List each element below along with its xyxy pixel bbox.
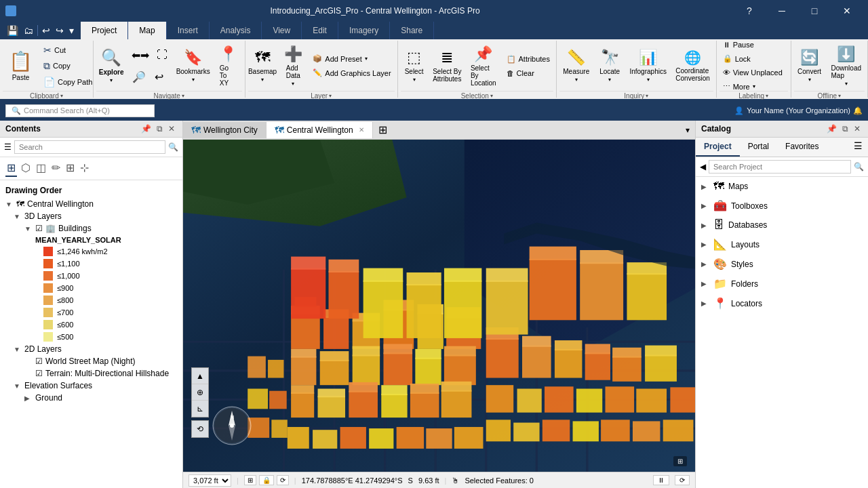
nav-up-btn[interactable]: ▲ — [192, 368, 208, 384]
pause-rendering-btn[interactable]: ⏸ — [653, 475, 669, 485]
tab-insert[interactable]: Insert — [167, 22, 210, 39]
wsm-checkbox[interactable]: ☑ — [35, 357, 43, 366]
tab-close-btn[interactable]: ✕ — [359, 126, 364, 134]
copy-path-button[interactable]: 📄Copy Path — [40, 75, 96, 89]
catalog-pin-btn[interactable]: 📌 — [825, 123, 839, 134]
full-extent-btn[interactable]: ⛶ — [153, 45, 172, 65]
catalog-float-btn[interactable]: ⧉ — [840, 123, 850, 134]
bookmarks-button[interactable]: 🔖 Bookmarks ▾ — [174, 42, 212, 89]
catalog-tab-project[interactable]: Project — [696, 138, 740, 157]
lock-button[interactable]: 🔒Lock — [719, 52, 786, 65]
catalog-back-btn[interactable]: ◀ — [700, 162, 706, 171]
tree-3d-layers[interactable]: ▼ 3D Layers — [0, 210, 182, 222]
refresh-btn[interactable]: ⟳ — [675, 475, 690, 485]
catalog-search-input[interactable] — [709, 160, 851, 174]
tree-2d-layers[interactable]: ▼ 2D Layers — [0, 343, 182, 355]
clear-button[interactable]: 🗑Clear — [503, 67, 553, 79]
filter-all[interactable]: ⊞ — [5, 160, 17, 177]
locate-button[interactable]: 🔭 Locate ▾ — [595, 42, 623, 89]
go-to-xy-button[interactable]: 📍 GoTo XY — [215, 42, 242, 89]
select-button[interactable]: ⬚ Select ▾ — [401, 42, 428, 89]
paste-button[interactable]: 📋 Paste — [3, 42, 39, 89]
nav-lock-btn[interactable]: 🔒 — [259, 475, 274, 485]
select-by-attributes-button[interactable]: ≣ Select ByAttributes — [431, 42, 464, 89]
new-project-btn[interactable]: 💾 — [5, 24, 20, 37]
tree-terrain[interactable]: ☑ Terrain: Multi-Directional Hillshade — [0, 367, 182, 380]
redo-btn[interactable]: ↪ — [54, 24, 65, 37]
undo-btn[interactable]: ↩ — [41, 24, 52, 37]
pause-button[interactable]: ⏸Pause — [719, 39, 786, 51]
catalog-item-maps[interactable]: ▶ 🗺 Maps — [696, 177, 868, 196]
qa-more-btn[interactable]: ▾ — [68, 24, 75, 37]
tree-ground[interactable]: ▶ Ground — [0, 392, 182, 404]
add-data-button[interactable]: ➕ AddData ▾ — [279, 42, 307, 89]
filter-feature[interactable]: ⬡ — [20, 160, 32, 177]
tab-project[interactable]: Project — [81, 22, 128, 39]
nav-tilt-btn[interactable]: ⊾ — [192, 401, 208, 417]
catalog-search-btn[interactable]: 🔍 — [854, 162, 864, 171]
contents-search-input[interactable] — [14, 140, 165, 154]
tab-analysis[interactable]: Analysis — [210, 22, 262, 39]
nav-sync-btn[interactable]: ⟳ — [277, 475, 289, 485]
catalog-item-locators[interactable]: ▶ 📍 Locators — [696, 293, 868, 313]
zoom-full-btn[interactable]: 🔎 — [130, 66, 149, 87]
catalog-tab-favorites[interactable]: Favorites — [777, 138, 827, 157]
close-button[interactable]: ✕ — [831, 0, 863, 22]
tab-share[interactable]: Share — [390, 22, 434, 39]
attributes-button[interactable]: 📋Attributes — [503, 53, 553, 66]
catalog-item-toolboxes[interactable]: ▶ 🧰 Toolboxes — [696, 196, 868, 216]
catalog-close-btn[interactable]: ✕ — [852, 123, 863, 134]
map-options-btn[interactable]: ▾ — [680, 123, 695, 138]
terrain-checkbox[interactable]: ☑ — [35, 369, 43, 378]
filter-annotation[interactable]: ✏ — [50, 160, 62, 177]
panel-close-btn[interactable]: ✕ — [166, 123, 177, 134]
catalog-menu-btn[interactable]: ☰ — [848, 138, 868, 157]
basemap-button[interactable]: 🗺 Basemap ▾ — [248, 42, 277, 89]
tab-view[interactable]: View — [262, 22, 302, 39]
copy-button[interactable]: ⧉Copy — [40, 58, 96, 74]
view-unplaced-button[interactable]: 👁View Unplaced — [719, 66, 786, 79]
explore-button[interactable]: 🔍 Explore ▾ — [96, 42, 127, 89]
nav-grid-btn[interactable]: ⊞ — [244, 475, 256, 485]
catalog-tab-portal[interactable]: Portal — [740, 138, 777, 157]
coordinate-conversion-button[interactable]: 🌐 CoordinateConversion — [673, 42, 713, 89]
tab-map[interactable]: Map — [128, 22, 166, 39]
cut-button[interactable]: ✂Cut — [40, 43, 96, 58]
tree-elevation-surfaces[interactable]: ▼ Elevation Surfaces — [0, 380, 182, 392]
minimize-button[interactable]: ─ — [766, 0, 797, 22]
select-by-location-button[interactable]: 📌 Select ByLocation — [467, 42, 500, 89]
scale-dropdown[interactable]: 3,072 ft — [189, 474, 231, 487]
download-map-button[interactable]: ⬇️ DownloadMap ▾ — [828, 42, 865, 89]
zoom-prev-btn[interactable]: ↩ — [150, 66, 169, 87]
command-search[interactable]: 🔍 Command Search (Alt+Q) — [5, 104, 155, 117]
tree-buildings[interactable]: ▼ ☑ 🏢 Buildings — [0, 222, 182, 235]
panel-pin-btn[interactable]: 📌 — [139, 123, 153, 134]
buildings-checkbox[interactable]: ☑ — [35, 224, 43, 233]
nav-arrows-btn[interactable]: ⬅➡ — [130, 45, 151, 65]
new-map-tab-btn[interactable]: ⊞ — [373, 121, 393, 139]
open-btn[interactable]: 🗂 — [22, 24, 35, 37]
filter-utility[interactable]: ⊹ — [79, 160, 90, 177]
catalog-item-databases[interactable]: ▶ 🗄 Databases — [696, 216, 868, 235]
nav-angle-btn[interactable]: ⟲ — [192, 421, 208, 437]
search-btn[interactable]: 🔍 — [168, 142, 178, 152]
tab-edit[interactable]: Edit — [302, 22, 338, 39]
tree-central-wellington[interactable]: ▼ 🗺 Central Wellington — [0, 198, 182, 210]
map-viewport[interactable]: ▲ ⊕ ⊾ ⟲ N — [183, 140, 695, 472]
tab-wellington-city[interactable]: 🗺 Wellington City — [183, 122, 267, 138]
measure-button[interactable]: 📏 Measure ▾ — [559, 42, 593, 89]
catalog-item-layouts[interactable]: ▶ 📐 Layouts — [696, 235, 868, 254]
tab-central-wellington[interactable]: 🗺 Central Wellington ✕ — [267, 122, 373, 138]
add-preset-button[interactable]: 📦Add Preset▾ — [309, 52, 394, 65]
filter-group[interactable]: ⊞ — [64, 160, 76, 177]
add-graphics-layer-button[interactable]: ✏️Add Graphics Layer — [309, 66, 394, 79]
help-button[interactable]: ? — [734, 0, 765, 22]
catalog-item-folders[interactable]: ▶ 📁 Folders — [696, 274, 868, 293]
panel-float-btn[interactable]: ⧉ — [155, 123, 165, 134]
convert-button[interactable]: 🔄 Convert ▾ — [794, 42, 825, 89]
infographics-button[interactable]: 📊 Infographics ▾ — [627, 42, 670, 89]
catalog-item-styles[interactable]: ▶ 🎨 Styles — [696, 254, 868, 274]
filter-raster[interactable]: ◫ — [35, 160, 47, 177]
tab-imagery[interactable]: Imagery — [338, 22, 390, 39]
maximize-button[interactable]: □ — [799, 0, 830, 22]
